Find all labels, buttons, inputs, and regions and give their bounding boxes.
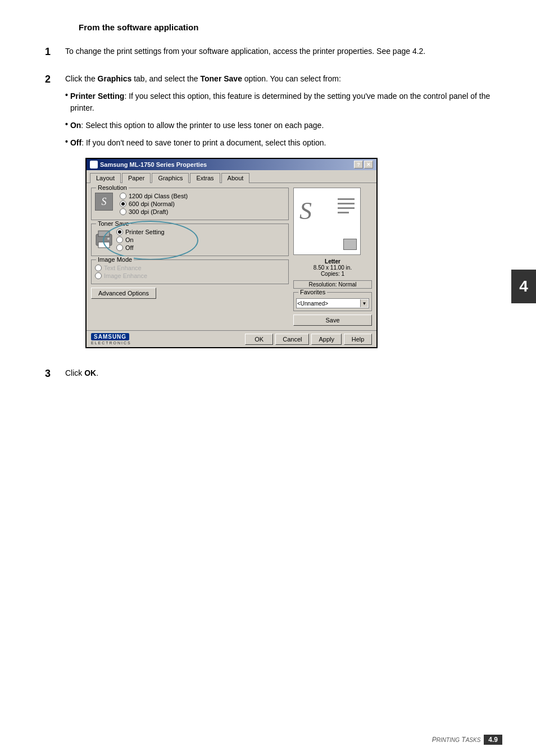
radio-image-enhance-input[interactable] — [95, 272, 102, 279]
samsung-brand: SAMSUNG ELECTRONICS — [91, 333, 131, 345]
dialog-screenshot: Samsung ML-1750 Series Properties ? ✕ La… — [85, 158, 502, 348]
dialog-titlebar: Samsung ML-1750 Series Properties ? ✕ — [87, 159, 376, 170]
dialog-footer: SAMSUNG ELECTRONICS OK Cancel Apply Help — [87, 330, 376, 347]
preview-minibox — [343, 239, 357, 250]
radio-text-enhance: Text Enhance — [95, 265, 285, 271]
apply-button[interactable]: Apply — [311, 334, 342, 345]
help-ctrl-button[interactable]: ? — [354, 161, 363, 168]
dialog-controls: ? ✕ — [354, 161, 373, 168]
svg-rect-2 — [98, 242, 110, 248]
footer-label: PRINTING TASKS — [432, 736, 480, 744]
favorites-box: Favorites <Unnamed> ▼ — [293, 292, 372, 311]
dialog-window: Samsung ML-1750 Series Properties ? ✕ La… — [85, 158, 378, 348]
tab-extras[interactable]: Extras — [190, 173, 220, 183]
printer-svg — [95, 230, 113, 250]
image-mode-content: Text Enhance Image Enhance — [95, 262, 285, 279]
advanced-options-row: Advanced Options — [91, 288, 289, 299]
section-heading: From the software application — [79, 22, 502, 32]
radio-300dpi-input[interactable] — [120, 208, 126, 215]
dialog-body: Resolution S 1200 dpi Class (Best) — [87, 183, 376, 330]
tab-paper[interactable]: Paper — [122, 173, 151, 183]
step-1-content: To change the print settings from your s… — [65, 45, 502, 63]
dialog-right-column: S — [293, 188, 372, 326]
preview-line-2 — [338, 203, 355, 204]
dialog-title-area: Samsung ML-1750 Series Properties — [90, 161, 207, 168]
preview-line-4 — [338, 212, 349, 213]
tab-about[interactable]: About — [221, 173, 250, 183]
radio-on-input[interactable] — [116, 236, 123, 243]
page: 4 From the software application 1 To cha… — [0, 0, 536, 756]
advanced-options-button[interactable]: Advanced Options — [91, 288, 156, 299]
cancel-button[interactable]: Cancel — [275, 334, 309, 345]
radio-printer-setting: Printer Setting — [116, 229, 165, 235]
toner-save-group: Toner Save — [91, 224, 289, 256]
radio-off-input[interactable] — [116, 244, 123, 251]
radio-off: Off — [116, 244, 165, 251]
paper-info: Letter 8.50 x 11.00 in. Copies: 1 — [293, 258, 372, 277]
radio-600dpi-input[interactable] — [120, 201, 126, 207]
tab-graphics[interactable]: Graphics — [152, 173, 189, 183]
preview-line-1 — [338, 198, 355, 200]
step-1: 1 To change the print settings from your… — [45, 45, 502, 63]
preview-s-letter: S — [299, 197, 312, 225]
s-preview-icon: S — [95, 193, 113, 211]
radio-text-enhance-input[interactable] — [95, 265, 102, 271]
step-3-content: Click OK. — [65, 367, 502, 385]
favorites-dropdown-arrow[interactable]: ▼ — [360, 299, 368, 307]
printer-icon — [90, 161, 98, 168]
help-button[interactable]: Help — [344, 334, 372, 345]
image-mode-label: Image Mode — [96, 256, 134, 263]
favorites-select[interactable]: <Unnamed> ▼ — [296, 298, 369, 308]
bullet-off: • Off: If you don't need to save toner t… — [65, 137, 502, 149]
radio-1200dpi: 1200 dpi Class (Best) — [120, 193, 188, 199]
radio-300dpi: 300 dpi (Draft) — [120, 208, 188, 215]
toner-save-options: Printer Setting On — [116, 229, 165, 252]
toner-save-label: Toner Save — [96, 220, 131, 227]
resolution-label: Resolution — [96, 184, 129, 191]
step-3: 3 Click OK. — [45, 367, 502, 385]
radio-600dpi: 600 dpi (Normal) — [120, 201, 188, 207]
chapter-number: 4 — [519, 277, 528, 295]
resolution-options: 1200 dpi Class (Best) 600 dpi (Normal) — [120, 193, 188, 216]
samsung-logo: SAMSUNG — [91, 333, 129, 340]
image-mode-group: Image Mode Text Enhance Image Enhance — [91, 259, 289, 284]
svg-point-3 — [107, 238, 110, 240]
footer-buttons: OK Cancel Apply Help — [245, 334, 372, 345]
preview-box: S — [293, 188, 361, 255]
toner-save-content: Printer Setting On — [95, 226, 285, 252]
bullet-printer-setting: • Printer Setting: If you select this op… — [65, 90, 502, 114]
chapter-tab: 4 — [511, 270, 536, 303]
resolution-content: S 1200 dpi Class (Best) — [95, 190, 285, 216]
bullet-on: • On: Select this option to allow the pr… — [65, 120, 502, 131]
page-footer: PRINTING TASKS 4.9 — [432, 735, 502, 745]
radio-on: On — [116, 236, 165, 243]
toner-printer-icon — [95, 230, 113, 250]
radio-printer-setting-input[interactable] — [116, 229, 123, 235]
close-ctrl-button[interactable]: ✕ — [364, 161, 373, 168]
radio-1200dpi-input[interactable] — [120, 193, 126, 199]
ok-button[interactable]: OK — [245, 334, 273, 345]
dialog-left-column: Resolution S 1200 dpi Class (Best) — [91, 188, 289, 326]
tab-layout[interactable]: Layout — [90, 173, 121, 183]
favorites-label: Favorites — [298, 289, 327, 295]
samsung-electronics: ELECTRONICS — [91, 341, 131, 345]
resolution-group: Resolution S 1200 dpi Class (Best) — [91, 188, 289, 220]
step-number-1: 1 — [45, 45, 65, 63]
step-2: 2 Click the Graphics tab, and select the… — [45, 73, 502, 357]
step-2-content: Click the Graphics tab, and select the T… — [65, 73, 502, 357]
favorites-value: <Unnamed> — [297, 300, 360, 307]
dialog-tabs: Layout Paper Graphics Extras About — [87, 170, 376, 183]
radio-image-enhance: Image Enhance — [95, 272, 285, 279]
step-number-2: 2 — [45, 73, 65, 357]
save-button[interactable]: Save — [293, 315, 372, 326]
preview-line-3 — [338, 207, 355, 209]
dialog-title-text: Samsung ML-1750 Series Properties — [100, 161, 207, 168]
footer-chapter-badge: 4.9 — [484, 735, 502, 745]
resolution-badge: Resolution: Normal — [293, 280, 372, 289]
preview-lines — [338, 198, 355, 213]
step-number-3: 3 — [45, 367, 65, 385]
svg-rect-1 — [98, 231, 110, 236]
